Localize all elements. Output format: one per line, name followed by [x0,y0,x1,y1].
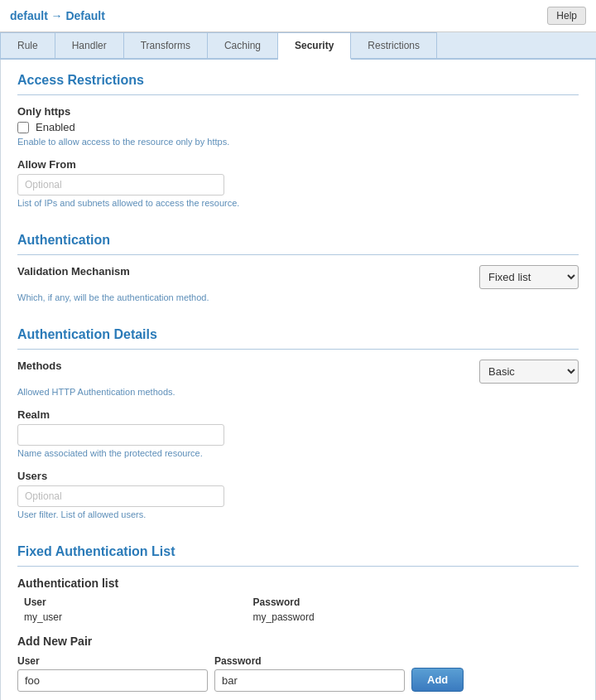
main-content: Access Restrictions Only https Enabled E… [0,60,596,700]
add-user-col: User [17,655,208,692]
enabled-text: Enabled [36,121,75,133]
authentication-details-header: Authentication Details [17,314,579,350]
top-bar: default → Default Help [0,0,596,32]
auth-list-section: Authentication list User Password my_use… [17,577,579,692]
tab-caching[interactable]: Caching [208,32,278,58]
table-cell-user: my_user [17,610,247,625]
allow-from-input[interactable] [17,174,224,196]
access-restrictions-header: Access Restrictions [17,60,579,95]
help-button[interactable]: Help [547,7,586,25]
auth-table: User Password my_user my_password [17,595,579,625]
breadcrumb-default-link[interactable]: default [10,9,48,22]
only-https-checkbox[interactable] [17,122,29,133]
realm-label: Realm [17,408,579,421]
methods-row: Methods Basic Digest NTLM Allowed HTTP A… [17,360,579,397]
validation-mechanism-label: Validation Mechanism [17,265,479,278]
add-user-input[interactable] [17,669,208,692]
auth-table-header-row: User Password [17,595,579,610]
users-label: Users [17,470,579,482]
authentication-header: Authentication [17,220,579,255]
users-row: Users User filter. List of allowed users… [17,470,579,519]
methods-inline: Methods Basic Digest NTLM [17,360,579,384]
breadcrumb-arrow: → [51,9,66,22]
add-pair-row: User Password Add [17,654,579,692]
add-password-col: Password [214,655,405,692]
users-hint: User filter. List of allowed users. [17,509,579,519]
col-password-header: Password [247,595,579,610]
auth-list-title: Authentication list [17,577,579,590]
breadcrumb-current: Default [65,9,104,22]
realm-input[interactable] [17,424,224,446]
validation-mechanism-select[interactable]: Fixed list None Basic Digest [479,265,579,289]
methods-select[interactable]: Basic Digest NTLM [479,360,579,384]
validation-mechanism-hint: Which, if any, will be the authenticatio… [17,292,579,302]
validation-mechanism-row: Validation Mechanism Fixed list None Bas… [17,265,579,302]
table-row: my_user my_password [17,610,579,625]
only-https-label: Only https [17,105,579,118]
allow-from-row: Allow From List of IPs and subnets allow… [17,158,579,208]
tab-security[interactable]: Security [278,32,351,60]
allow-from-hint: List of IPs and subnets allowed to acces… [17,198,579,208]
users-input[interactable] [17,485,224,507]
only-https-row: Only https Enabled Enable to allow acces… [17,105,579,147]
tab-restrictions[interactable]: Restrictions [351,32,437,58]
fixed-auth-list-header: Fixed Authentication List [17,531,579,567]
add-password-label: Password [214,655,405,667]
breadcrumb: default → Default [10,9,105,22]
add-button[interactable]: Add [411,668,464,692]
validation-mechanism-inline: Validation Mechanism Fixed list None Bas… [17,265,579,289]
tab-transforms[interactable]: Transforms [124,32,208,58]
realm-row: Realm Name associated with the protected… [17,408,579,458]
only-https-hint: Enable to allow access to the resource o… [17,137,579,147]
methods-label: Methods [17,360,479,372]
allow-from-label: Allow From [17,158,579,171]
only-https-checkbox-row: Enabled [17,121,579,133]
add-new-pair-title: Add New Pair [17,635,579,648]
tab-rule[interactable]: Rule [0,32,55,58]
col-user-header: User [17,595,247,610]
add-password-input[interactable] [214,669,405,692]
tab-handler[interactable]: Handler [55,32,124,58]
add-user-label: User [17,655,208,667]
realm-hint: Name associated with the protected resou… [17,448,579,458]
tabs-bar: Rule Handler Transforms Caching Security… [0,32,596,60]
methods-hint: Allowed HTTP Authentication methods. [17,387,579,397]
table-cell-password: my_password [247,610,579,625]
